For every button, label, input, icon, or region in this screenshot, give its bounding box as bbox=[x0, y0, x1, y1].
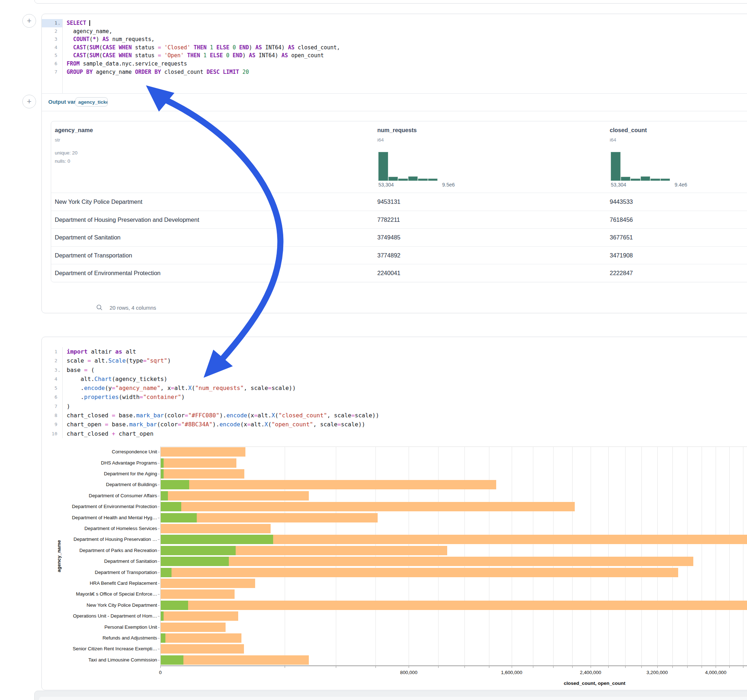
table-cell: 2222847 bbox=[610, 270, 633, 276]
table-cell: 3471908 bbox=[610, 252, 633, 259]
table-row: New York City Police Department945313194… bbox=[51, 193, 747, 211]
collapse-chevron-icon[interactable]: ⌄ bbox=[58, 366, 60, 375]
column-histogram bbox=[378, 152, 438, 181]
code-text: base = ( bbox=[67, 365, 94, 374]
line-number: 7 bbox=[42, 402, 57, 411]
line-number: 8 bbox=[42, 411, 57, 420]
code-line[interactable]: 6FROM sample_data.nyc.service_requests bbox=[42, 60, 747, 68]
code-text: FROM sample_data.nyc.service_requests bbox=[67, 60, 187, 68]
column-type: i64 bbox=[377, 137, 384, 143]
code-line[interactable]: 3⌄base = ( bbox=[42, 365, 747, 374]
code-line[interactable]: 2scale = alt.Scale(type="sqrt") bbox=[42, 356, 747, 365]
code-text: chart_closed + chart_open bbox=[67, 429, 154, 438]
add-cell-button-top[interactable]: + bbox=[22, 14, 36, 28]
column-header[interactable]: closed_count bbox=[610, 127, 647, 134]
table-cell: 9443533 bbox=[610, 198, 633, 205]
histogram-bar bbox=[621, 177, 631, 181]
histogram-bar bbox=[398, 179, 408, 181]
column-type: i64 bbox=[610, 137, 616, 143]
column-stats: unique: 20 bbox=[55, 150, 77, 155]
line-number: 2 bbox=[42, 356, 57, 365]
plus-icon: + bbox=[27, 98, 32, 106]
sql-code-editor[interactable]: 1⌄SELECT 2 agency_name,3 COUNT(*) AS num… bbox=[42, 19, 747, 93]
python-code-editor[interactable]: 1import altair as alt2scale = alt.Scale(… bbox=[42, 347, 747, 438]
table-cell: Department of Environmental Protection bbox=[55, 270, 160, 276]
next-cell-inner bbox=[39, 697, 747, 700]
result-table: agency_namestrunique: 20nulls: 0num_requ… bbox=[51, 121, 747, 282]
table-cell: 9453131 bbox=[377, 198, 400, 205]
histogram-range-labels: 53,3049.5e6 bbox=[378, 182, 455, 188]
histogram-bar bbox=[611, 152, 620, 181]
code-line[interactable]: 5 .encode(y="agency_name", x=alt.X("num_… bbox=[42, 383, 747, 392]
table-row: Department of Housing Preservation and D… bbox=[51, 211, 747, 229]
code-line[interactable]: 7) bbox=[42, 402, 747, 411]
table-cell: 3774892 bbox=[377, 252, 400, 259]
table-cell: Department of Housing Preservation and D… bbox=[55, 216, 199, 223]
output-variable-input[interactable]: agency_tickets bbox=[75, 97, 108, 107]
histogram-bar bbox=[408, 177, 418, 181]
code-line[interactable]: 4 alt.Chart(agency_tickets) bbox=[42, 374, 747, 383]
column-stats: nulls: 0 bbox=[55, 158, 70, 164]
line-number: 6 bbox=[42, 60, 57, 68]
line-number: 1 bbox=[42, 347, 57, 356]
histogram-min-label: 53,304 bbox=[611, 182, 626, 188]
output-variable-value: agency_tickets bbox=[78, 100, 108, 105]
line-number: 9 bbox=[42, 420, 57, 429]
histogram-min-label: 53,304 bbox=[378, 182, 394, 188]
code-text: chart_open = base.mark_bar(color="#8BC34… bbox=[67, 420, 365, 429]
table-cell: Department of Sanitation bbox=[55, 234, 121, 241]
collapse-chevron-icon[interactable]: ⌄ bbox=[58, 20, 60, 28]
line-number: 4 bbox=[42, 374, 57, 383]
code-line[interactable]: 9chart_open = base.mark_bar(color="#8BC3… bbox=[42, 420, 747, 429]
histogram-bar bbox=[641, 177, 650, 181]
plus-icon: + bbox=[27, 17, 32, 25]
code-line[interactable]: 1⌄SELECT bbox=[42, 19, 747, 27]
sql-cell: 1⌄SELECT 2 agency_name,3 COUNT(*) AS num… bbox=[41, 14, 747, 313]
column-header[interactable]: agency_name bbox=[55, 127, 93, 134]
add-cell-button-middle[interactable]: + bbox=[22, 95, 36, 109]
code-text: SELECT bbox=[67, 19, 90, 27]
code-text: agency_name, bbox=[67, 27, 112, 36]
code-text: alt.Chart(agency_tickets) bbox=[67, 374, 167, 383]
python-cell: 1import altair as alt2scale = alt.Scale(… bbox=[41, 337, 747, 690]
code-line[interactable]: 6 .properties(width="container") bbox=[42, 392, 747, 401]
notebook-canvas: + + 1⌄SELECT 2 agency_name,3 COUNT(*) AS… bbox=[0, 0, 747, 700]
code-line[interactable]: 7GROUP BY agency_name ORDER BY closed_co… bbox=[42, 68, 747, 76]
table-cell: 2240041 bbox=[377, 270, 400, 276]
table-cell: Department of Transportation bbox=[55, 252, 132, 259]
histogram-max-label: 9.4e6 bbox=[674, 182, 687, 188]
code-text: .encode(y="agency_name", x=alt.X("num_re… bbox=[67, 383, 296, 392]
line-number: 6 bbox=[42, 392, 57, 401]
histogram-range-labels: 53,3049.4e6 bbox=[611, 182, 687, 188]
column-type: str bbox=[55, 137, 60, 143]
line-number: 3 bbox=[42, 35, 57, 44]
code-line[interactable]: 2 agency_name, bbox=[42, 27, 747, 36]
line-number: 4 bbox=[42, 44, 57, 52]
previous-cell-edge bbox=[34, 0, 747, 4]
code-text: GROUP BY agency_name ORDER BY closed_cou… bbox=[67, 68, 249, 76]
line-number: 3 bbox=[42, 365, 57, 374]
code-line[interactable]: 1import altair as alt bbox=[42, 347, 747, 356]
code-text: COUNT(*) AS num_requests, bbox=[67, 35, 154, 44]
code-line[interactable]: 8chart_closed = base.mark_bar(color="#FF… bbox=[42, 411, 747, 420]
code-line[interactable]: 10chart_closed + chart_open bbox=[42, 429, 747, 438]
code-text: scale = alt.Scale(type="sqrt") bbox=[67, 356, 171, 365]
code-line[interactable]: 3 COUNT(*) AS num_requests, bbox=[42, 35, 747, 44]
search-icon[interactable] bbox=[96, 304, 103, 311]
histogram-bar bbox=[631, 179, 640, 181]
histogram-bar bbox=[418, 179, 428, 181]
table-row: Department of Transportation377489234719… bbox=[51, 246, 747, 265]
table-row: Department of Environmental Protection22… bbox=[51, 264, 747, 282]
histogram-bar bbox=[428, 179, 438, 181]
code-line[interactable]: 4 CAST(SUM(CASE WHEN status = 'Closed' T… bbox=[42, 44, 747, 52]
column-header[interactable]: num_requests bbox=[377, 127, 417, 134]
table-dimensions: 20 rows, 4 columns bbox=[110, 305, 156, 311]
code-line[interactable]: 5 CAST(SUM(CASE WHEN status = 'Open' THE… bbox=[42, 51, 747, 60]
text-cursor bbox=[89, 20, 90, 26]
histogram-max-label: 9.5e6 bbox=[442, 182, 455, 188]
next-cell-edge bbox=[34, 691, 747, 700]
line-number: 7 bbox=[42, 68, 57, 76]
table-cell: New York City Police Department bbox=[55, 198, 142, 205]
line-number: 2 bbox=[42, 27, 57, 36]
histogram-bar bbox=[650, 179, 660, 181]
